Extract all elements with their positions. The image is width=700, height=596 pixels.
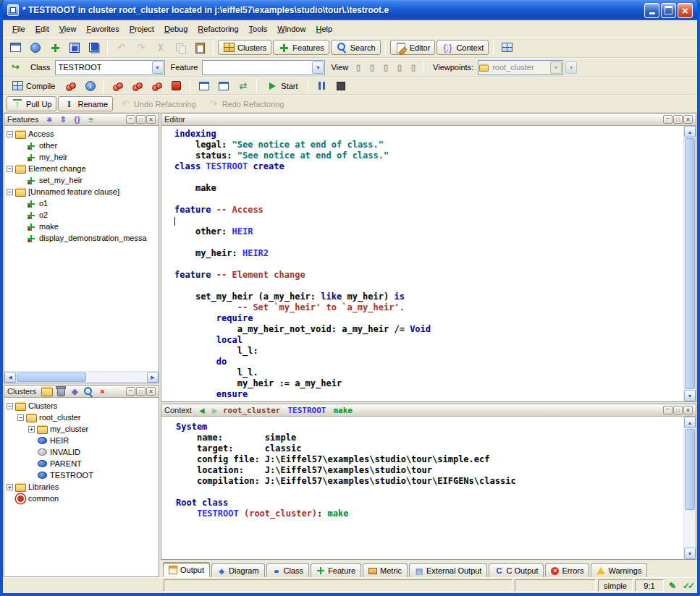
tree-item-make[interactable]: make (4, 221, 159, 232)
tree-item-libraries[interactable]: +Libraries (4, 481, 159, 493)
tab-output[interactable]: Output (163, 562, 210, 577)
menu-window[interactable]: Window (272, 22, 311, 36)
panel-close-button[interactable] (683, 406, 693, 414)
features-horizontal-scrollbar[interactable] (4, 371, 159, 383)
panel-minimize-button[interactable] (663, 406, 672, 414)
history-forward-icon[interactable] (210, 406, 220, 415)
menu-file[interactable]: File (7, 22, 30, 36)
class-combo[interactable]: TESTROOT (55, 60, 165, 75)
tree-expander-minus-icon[interactable]: − (7, 131, 13, 137)
raise-tools-button[interactable] (195, 77, 213, 94)
features-tree[interactable]: −Accessothermy_heir−Element changeset_my… (4, 126, 159, 371)
scroll-down-button[interactable] (684, 548, 696, 559)
panel-close-button[interactable] (683, 115, 693, 124)
viewpoints-combo-arrow-icon[interactable] (550, 61, 562, 74)
context-button[interactable]: {;}Context (437, 40, 489, 55)
features-button[interactable]: Features (273, 40, 329, 55)
remove-item-icon[interactable] (55, 386, 67, 396)
clusters-button[interactable]: Clusters (218, 40, 271, 55)
tree-expander-minus-icon[interactable]: − (17, 414, 24, 421)
tree-item-my-cluster[interactable]: +my_cluster (4, 423, 159, 435)
cut-button[interactable] (151, 39, 169, 56)
class-combo-arrow-icon[interactable] (152, 61, 164, 74)
panel-maximize-button[interactable] (136, 115, 146, 124)
tree-item-testroot[interactable]: TESTROOT (4, 469, 159, 481)
tree-item-parent[interactable]: PARENT (4, 458, 159, 469)
feature-combo[interactable] (202, 60, 325, 75)
send-to-class-button[interactable]: ↪ (7, 59, 25, 76)
refresh-button[interactable]: ⇄ (234, 77, 252, 94)
rename-button[interactable]: IRename (58, 96, 113, 111)
panel-minimize-button[interactable] (126, 115, 135, 124)
panel-close-button[interactable] (146, 115, 156, 124)
tree-item-display-demonstration-messa[interactable]: display_demonstration_messa (4, 232, 159, 244)
melt-button[interactable] (62, 77, 80, 94)
assembly-view-icon[interactable]: ▯ (380, 62, 392, 72)
c-compile-button[interactable] (167, 77, 185, 94)
tab-errors[interactable]: Errors (545, 563, 589, 577)
restore-button[interactable] (661, 3, 676, 18)
tree-item-element-change[interactable]: −Element change (4, 163, 159, 174)
tree-expander-plus-icon[interactable]: + (7, 484, 13, 490)
scrollbar-track[interactable] (684, 511, 696, 548)
menu-favorites[interactable]: Favorites (81, 22, 124, 36)
tree-expander-minus-icon[interactable]: − (7, 403, 13, 409)
menu-edit[interactable]: Edit (30, 22, 54, 36)
new-cluster-icon[interactable] (41, 386, 53, 396)
new-tab-button[interactable] (46, 39, 64, 56)
comments-icon[interactable]: ≡ (85, 114, 96, 124)
tab-c-output[interactable]: C Output (489, 563, 544, 577)
sort-features-icon[interactable]: ⇕ (57, 114, 69, 124)
minimize-button[interactable] (644, 3, 659, 18)
viewpoints-combo[interactable]: root_cluster (478, 60, 563, 75)
finalize-button[interactable] (128, 77, 146, 94)
close-button[interactable] (678, 3, 693, 18)
menu-view[interactable]: View (54, 22, 82, 36)
search-button[interactable]: Search (331, 40, 381, 55)
scrollbar-track[interactable] (87, 372, 147, 383)
context-text-area[interactable]: System name: simple target: classic conf… (161, 417, 683, 559)
tree-item-clusters[interactable]: −Clusters (4, 400, 159, 412)
redo-button[interactable]: ↷ (132, 39, 150, 56)
menu-project[interactable]: Project (125, 22, 159, 36)
search-clusters-icon[interactable] (83, 386, 94, 396)
tree-item-heir[interactable]: HEIR (4, 435, 159, 446)
scroll-up-button[interactable] (684, 126, 696, 137)
panel-maximize-button[interactable] (136, 387, 146, 396)
stop-button[interactable] (332, 77, 350, 94)
panel-minimize-button[interactable] (126, 387, 135, 396)
tab-metric[interactable]: Metric (363, 563, 408, 577)
copy-button[interactable] (171, 39, 189, 56)
tree-item-invalid[interactable]: INVALID (4, 446, 159, 458)
clusters-tree[interactable]: −Clusters−root_cluster+my_clusterHEIRINV… (4, 398, 159, 576)
redo-refactoring-button[interactable]: ↷Redo Refactoring (203, 95, 290, 112)
signatures-icon[interactable]: {} (71, 114, 83, 124)
flat-view-icon[interactable]: ▯ (394, 62, 405, 72)
tree-item-common[interactable]: common (4, 493, 159, 504)
tree-expander-minus-icon[interactable]: − (7, 189, 13, 195)
crumb-testroot[interactable]: TESTROOT (287, 406, 326, 415)
editor-button[interactable]: Editor (390, 40, 436, 55)
panel-maximize-button[interactable] (673, 115, 683, 124)
viewpoint-filter-arrow-icon[interactable] (565, 61, 577, 74)
save-all-button[interactable] (85, 39, 103, 56)
diagram-tool-button[interactable] (498, 39, 516, 56)
pull-up-button[interactable]: ↑Pull Up (7, 96, 56, 111)
scrollbar-thumb[interactable] (685, 429, 695, 510)
new-window-button[interactable] (7, 39, 25, 56)
tree-item-set-my-heir[interactable]: set_my_heir (4, 174, 159, 186)
tree-item-o1[interactable]: o1 (4, 197, 159, 209)
diagram-view-icon[interactable]: ◈ (69, 386, 80, 396)
tree-item-root-cluster[interactable]: −root_cluster (4, 412, 159, 423)
scroll-down-button[interactable] (684, 390, 696, 401)
compile-info-button[interactable] (81, 77, 99, 94)
undo-refactoring-button[interactable]: ↶Undo Refactoring (114, 95, 201, 112)
tree-expander-plus-icon[interactable]: + (28, 426, 35, 433)
tab-external-output[interactable]: External Output (409, 563, 487, 577)
tab-warnings[interactable]: Warnings (591, 563, 647, 577)
favorites-icon[interactable]: ∗ (43, 114, 55, 124)
menu-refactoring[interactable]: Refactoring (193, 22, 243, 36)
context-vertical-scrollbar[interactable] (683, 417, 696, 559)
paste-button[interactable] (190, 39, 208, 56)
crumb-make[interactable]: make (333, 406, 353, 415)
